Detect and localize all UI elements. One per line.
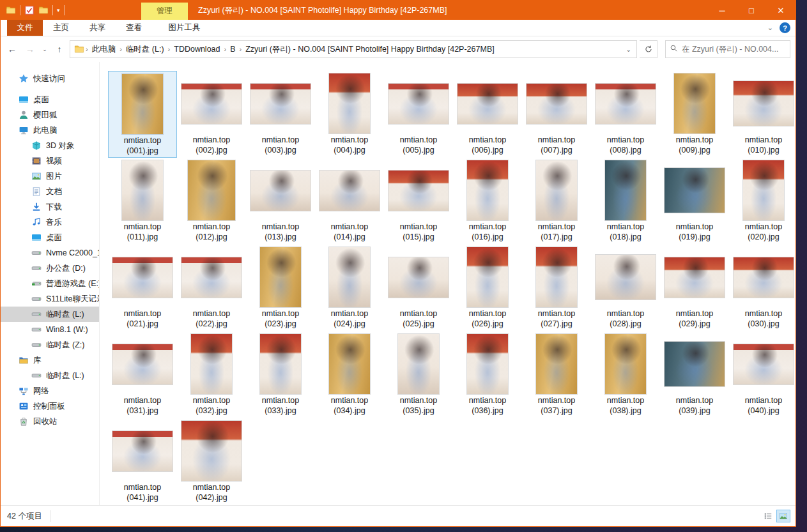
tab-文件[interactable]: 文件 — [7, 20, 43, 36]
tab-共享[interactable]: 共享 — [79, 20, 116, 36]
tab-主页[interactable]: 主页 — [43, 20, 79, 36]
file-item[interactable]: nmtian.top (027).jpg — [522, 245, 591, 331]
file-thumbnail[interactable] — [250, 84, 311, 124]
file-thumbnail[interactable] — [112, 431, 173, 471]
file-thumbnail[interactable] — [665, 342, 725, 386]
minimize-button[interactable]: ─ — [707, 1, 737, 20]
file-thumbnail[interactable] — [665, 168, 725, 213]
file-item[interactable]: nmtian.top (030).jpg — [729, 245, 795, 331]
file-item[interactable]: nmtian.top (028).jpg — [591, 245, 660, 331]
file-thumbnail[interactable] — [467, 334, 508, 394]
sidebar-item-图片[interactable]: 图片 — [1, 169, 99, 184]
file-thumbnail[interactable] — [260, 247, 301, 307]
sidebar-item-Nvme C2000_1[interactable]: Nvme C2000_1 — [1, 245, 99, 261]
file-item[interactable]: nmtian.top (037).jpg — [522, 331, 591, 418]
file-thumbnail[interactable] — [181, 421, 242, 481]
file-item[interactable]: nmtian.top (023).jpg — [246, 245, 315, 331]
sidebar-item-视频[interactable]: 视频 — [1, 153, 99, 169]
refresh-button[interactable] — [640, 40, 657, 58]
dropdown-arrow-icon[interactable]: ▾ — [57, 7, 60, 13]
file-thumbnail[interactable] — [734, 344, 794, 384]
file-item[interactable]: nmtian.top (040).jpg — [729, 331, 795, 418]
file-thumbnail[interactable] — [605, 334, 646, 394]
file-thumbnail[interactable] — [329, 73, 370, 133]
file-thumbnail[interactable] — [536, 247, 577, 307]
file-thumbnail[interactable] — [388, 84, 449, 124]
address-dropdown-chevron-icon[interactable]: ⌄ — [624, 46, 634, 53]
forward-button[interactable]: → — [22, 44, 38, 54]
file-item[interactable]: nmtian.top (010).jpg — [729, 71, 795, 158]
up-button[interactable]: ↑ — [52, 44, 67, 54]
file-thumbnail[interactable] — [329, 247, 370, 307]
sidebar-item-网络[interactable]: 网络 — [1, 383, 99, 399]
file-thumbnail[interactable] — [188, 160, 235, 220]
file-item[interactable]: nmtian.top (009).jpg — [660, 71, 729, 158]
file-thumbnail[interactable] — [605, 160, 646, 220]
breadcrumb-item[interactable]: Zzyuri (쮸리) - NO.004 [SAINT Photolife] H… — [243, 44, 497, 55]
manage-context-tab[interactable]: 管理 — [141, 3, 188, 20]
close-button[interactable]: ✕ — [766, 1, 795, 20]
file-thumbnail[interactable] — [319, 171, 380, 211]
titlebar[interactable]: ▾ 管理 Zzyuri (쮸리) - NO.004 [SAINT Photoli… — [1, 1, 795, 20]
file-item[interactable]: nmtian.top (002).jpg — [177, 71, 246, 158]
sidebar-item-桌面[interactable]: 桌面 — [1, 92, 99, 107]
file-item[interactable]: nmtian.top (034).jpg — [315, 331, 384, 418]
file-thumbnail[interactable] — [388, 257, 449, 298]
file-thumbnail[interactable] — [734, 257, 794, 298]
breadcrumb-item[interactable]: B — [227, 45, 238, 54]
file-item[interactable]: nmtian.top (016).jpg — [453, 158, 522, 245]
recent-locations-chevron-icon[interactable]: ⌄ — [40, 46, 49, 52]
sidebar-item-桌面[interactable]: 桌面 — [1, 230, 99, 245]
file-item[interactable]: nmtian.top (033).jpg — [246, 331, 315, 418]
file-item[interactable]: nmtian.top (017).jpg — [522, 158, 591, 245]
file-item[interactable]: nmtian.top (021).jpg — [108, 245, 177, 331]
folder-icon[interactable] — [38, 5, 49, 15]
search-input[interactable]: 在 Zzyuri (쮸리) - NO.004... — [665, 40, 790, 58]
file-thumbnail[interactable] — [674, 73, 715, 133]
thumbnails-view-button[interactable] — [776, 510, 790, 522]
sidebar-item-临时盘 (Z:)[interactable]: 临时盘 (Z:) — [1, 337, 99, 353]
file-item[interactable]: nmtian.top (041).jpg — [108, 418, 177, 505]
file-item[interactable]: nmtian.top (026).jpg — [453, 245, 522, 331]
file-item[interactable]: nmtian.top (006).jpg — [453, 71, 522, 158]
file-item[interactable]: nmtian.top (004).jpg — [315, 71, 384, 158]
sidebar-item-Win8.1 (W:)[interactable]: Win8.1 (W:) — [1, 322, 99, 337]
file-thumbnail[interactable] — [122, 74, 163, 134]
file-item[interactable]: nmtian.top (011).jpg — [108, 158, 177, 245]
sidebar-item-3D 对象[interactable]: 3D 对象 — [1, 138, 99, 153]
file-item[interactable]: nmtian.top (001).jpg — [108, 71, 177, 158]
sidebar-item-临时盘 (L:)[interactable]: 临时盘 (L:) — [1, 307, 99, 322]
sidebar-item-办公盘 (D:)[interactable]: 办公盘 (D:) — [1, 261, 99, 276]
sidebar-item-快速访问[interactable]: 快速访问 — [1, 71, 99, 86]
help-icon[interactable]: ? — [780, 22, 790, 33]
file-item[interactable]: nmtian.top (008).jpg — [591, 71, 660, 158]
file-thumbnail[interactable] — [398, 334, 439, 394]
checkbox-icon[interactable] — [24, 5, 35, 15]
breadcrumb-item[interactable]: 此电脑 — [89, 44, 119, 55]
sidebar-item-临时盘 (L:)[interactable]: 临时盘 (L:) — [1, 368, 99, 383]
file-item[interactable]: nmtian.top (036).jpg — [453, 331, 522, 418]
file-item[interactable]: nmtian.top (032).jpg — [177, 331, 246, 418]
file-thumbnail[interactable] — [181, 84, 242, 124]
file-item[interactable]: nmtian.top (029).jpg — [660, 245, 729, 331]
file-thumbnail[interactable] — [665, 257, 725, 298]
file-item[interactable]: nmtian.top (019).jpg — [660, 158, 729, 245]
sidebar-item-音乐[interactable]: 音乐 — [1, 215, 99, 230]
breadcrumb-item[interactable]: TDDownload — [171, 45, 222, 54]
file-item[interactable]: nmtian.top (039).jpg — [660, 331, 729, 418]
file-thumbnail[interactable] — [734, 81, 794, 126]
file-item[interactable]: nmtian.top (035).jpg — [384, 331, 453, 418]
file-thumbnail[interactable] — [122, 160, 163, 220]
sidebar-item-下载[interactable]: 下载 — [1, 199, 99, 215]
file-thumbnail[interactable] — [457, 84, 518, 124]
breadcrumb-item[interactable]: 临时盘 (L:) — [123, 44, 167, 55]
folder-icon[interactable] — [6, 5, 16, 15]
file-item[interactable]: nmtian.top (038).jpg — [591, 331, 660, 418]
file-item[interactable]: nmtian.top (025).jpg — [384, 245, 453, 331]
file-thumbnail[interactable] — [191, 334, 232, 394]
tab-图片工具[interactable]: 图片工具 — [161, 20, 208, 36]
sidebar-item-库[interactable]: 库 — [1, 353, 99, 368]
file-item[interactable]: nmtian.top (014).jpg — [315, 158, 384, 245]
file-item[interactable]: nmtian.top (018).jpg — [591, 158, 660, 245]
file-thumbnail[interactable] — [536, 334, 577, 394]
